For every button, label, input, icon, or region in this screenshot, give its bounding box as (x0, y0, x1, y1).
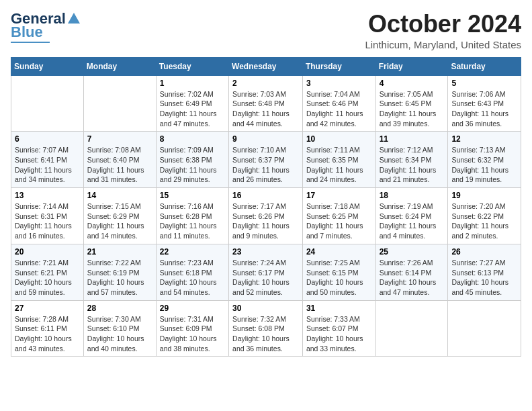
day-number: 1 (160, 79, 225, 88)
day-cell (448, 300, 521, 357)
day-info: Sunrise: 7:05 AMSunset: 6:45 PMDaylight:… (380, 89, 445, 129)
day-cell: 3Sunrise: 7:04 AMSunset: 6:46 PMDaylight… (302, 75, 375, 132)
title-area: October 2024 Linthicum, Maryland, United… (365, 11, 521, 50)
day-info: Sunrise: 7:27 AMSunset: 6:13 PMDaylight:… (451, 258, 517, 298)
day-number: 16 (232, 191, 299, 200)
day-number: 23 (232, 247, 299, 257)
day-cell: 19Sunrise: 7:20 AMSunset: 6:22 PMDayligh… (448, 188, 521, 244)
day-info: Sunrise: 7:28 AMSunset: 6:11 PMDaylight:… (15, 314, 80, 354)
day-cell: 23Sunrise: 7:24 AMSunset: 6:17 PMDayligh… (229, 244, 303, 300)
day-number: 11 (380, 134, 445, 144)
week-row-2: 6Sunrise: 7:07 AMSunset: 6:41 PMDaylight… (11, 132, 521, 188)
day-number: 15 (160, 191, 225, 200)
day-info: Sunrise: 7:11 AMSunset: 6:35 PMDaylight:… (306, 145, 372, 185)
day-number: 31 (306, 304, 372, 313)
day-number: 24 (306, 247, 372, 257)
day-cell: 2Sunrise: 7:03 AMSunset: 6:48 PMDaylight… (229, 75, 303, 132)
logo-text-blue: Blue (11, 24, 43, 40)
day-cell: 15Sunrise: 7:16 AMSunset: 6:28 PMDayligh… (156, 188, 228, 244)
week-row-1: 1Sunrise: 7:02 AMSunset: 6:49 PMDaylight… (11, 75, 521, 132)
day-info: Sunrise: 7:04 AMSunset: 6:46 PMDaylight:… (306, 89, 372, 129)
day-info: Sunrise: 7:08 AMSunset: 6:40 PMDaylight:… (87, 145, 152, 185)
day-info: Sunrise: 7:16 AMSunset: 6:28 PMDaylight:… (160, 201, 225, 241)
day-cell: 14Sunrise: 7:15 AMSunset: 6:29 PMDayligh… (83, 188, 156, 244)
day-cell: 9Sunrise: 7:10 AMSunset: 6:37 PMDaylight… (229, 132, 303, 188)
header-thursday: Thursday (302, 57, 375, 75)
day-cell: 20Sunrise: 7:21 AMSunset: 6:21 PMDayligh… (11, 244, 84, 300)
day-info: Sunrise: 7:10 AMSunset: 6:37 PMDaylight:… (232, 145, 299, 185)
day-number: 7 (87, 134, 152, 144)
day-number: 19 (451, 191, 517, 200)
day-number: 6 (15, 134, 80, 144)
logo-icon (66, 11, 81, 26)
day-cell: 24Sunrise: 7:25 AMSunset: 6:15 PMDayligh… (302, 244, 375, 300)
day-cell: 18Sunrise: 7:19 AMSunset: 6:24 PMDayligh… (375, 188, 448, 244)
day-cell: 12Sunrise: 7:13 AMSunset: 6:32 PMDayligh… (448, 132, 521, 188)
day-cell: 27Sunrise: 7:28 AMSunset: 6:11 PMDayligh… (11, 300, 84, 357)
day-cell (83, 75, 156, 132)
day-number: 12 (451, 134, 517, 144)
day-info: Sunrise: 7:18 AMSunset: 6:25 PMDaylight:… (306, 201, 372, 241)
day-info: Sunrise: 7:09 AMSunset: 6:38 PMDaylight:… (160, 145, 225, 185)
day-number: 10 (306, 134, 372, 144)
day-info: Sunrise: 7:20 AMSunset: 6:22 PMDaylight:… (451, 201, 517, 241)
day-number: 14 (87, 191, 152, 200)
day-number: 28 (87, 304, 152, 313)
day-number: 27 (15, 304, 80, 313)
day-info: Sunrise: 7:02 AMSunset: 6:49 PMDaylight:… (160, 89, 225, 129)
day-number: 30 (232, 304, 299, 313)
header-monday: Monday (83, 57, 156, 75)
day-cell: 17Sunrise: 7:18 AMSunset: 6:25 PMDayligh… (302, 188, 375, 244)
day-info: Sunrise: 7:14 AMSunset: 6:31 PMDaylight:… (15, 201, 80, 241)
day-info: Sunrise: 7:07 AMSunset: 6:41 PMDaylight:… (15, 145, 80, 185)
day-cell: 8Sunrise: 7:09 AMSunset: 6:38 PMDaylight… (156, 132, 228, 188)
day-cell: 11Sunrise: 7:12 AMSunset: 6:34 PMDayligh… (375, 132, 448, 188)
day-info: Sunrise: 7:17 AMSunset: 6:26 PMDaylight:… (232, 201, 299, 241)
day-info: Sunrise: 7:33 AMSunset: 6:07 PMDaylight:… (306, 314, 372, 354)
day-number: 9 (232, 134, 299, 144)
day-info: Sunrise: 7:26 AMSunset: 6:14 PMDaylight:… (380, 258, 445, 298)
week-row-3: 13Sunrise: 7:14 AMSunset: 6:31 PMDayligh… (11, 188, 521, 244)
week-row-5: 27Sunrise: 7:28 AMSunset: 6:11 PMDayligh… (11, 300, 521, 357)
day-number: 25 (380, 247, 445, 257)
day-info: Sunrise: 7:19 AMSunset: 6:24 PMDaylight:… (380, 201, 445, 241)
page: General Blue October 2024 Linthicum, Mar… (0, 0, 532, 363)
header-wednesday: Wednesday (229, 57, 303, 75)
month-title: October 2024 (365, 11, 521, 38)
day-cell (11, 75, 84, 132)
day-cell: 25Sunrise: 7:26 AMSunset: 6:14 PMDayligh… (375, 244, 448, 300)
day-info: Sunrise: 7:12 AMSunset: 6:34 PMDaylight:… (380, 145, 445, 185)
day-number: 4 (380, 79, 445, 88)
day-number: 22 (160, 247, 225, 257)
day-number: 29 (160, 304, 225, 313)
day-number: 3 (306, 79, 372, 88)
day-cell: 6Sunrise: 7:07 AMSunset: 6:41 PMDaylight… (11, 132, 84, 188)
day-cell: 22Sunrise: 7:23 AMSunset: 6:18 PMDayligh… (156, 244, 228, 300)
day-info: Sunrise: 7:21 AMSunset: 6:21 PMDaylight:… (15, 258, 80, 298)
day-number: 5 (451, 79, 517, 88)
day-info: Sunrise: 7:31 AMSunset: 6:09 PMDaylight:… (160, 314, 225, 354)
day-number: 17 (306, 191, 372, 200)
day-cell: 13Sunrise: 7:14 AMSunset: 6:31 PMDayligh… (11, 188, 84, 244)
day-info: Sunrise: 7:03 AMSunset: 6:48 PMDaylight:… (232, 89, 299, 129)
week-row-4: 20Sunrise: 7:21 AMSunset: 6:21 PMDayligh… (11, 244, 521, 300)
calendar-table: Sunday Monday Tuesday Wednesday Thursday… (11, 57, 521, 357)
day-info: Sunrise: 7:30 AMSunset: 6:10 PMDaylight:… (87, 314, 152, 354)
day-number: 21 (87, 247, 152, 257)
day-cell: 1Sunrise: 7:02 AMSunset: 6:49 PMDaylight… (156, 75, 228, 132)
header-tuesday: Tuesday (156, 57, 228, 75)
day-info: Sunrise: 7:22 AMSunset: 6:19 PMDaylight:… (87, 258, 152, 298)
day-info: Sunrise: 7:32 AMSunset: 6:08 PMDaylight:… (232, 314, 299, 354)
day-cell: 10Sunrise: 7:11 AMSunset: 6:35 PMDayligh… (302, 132, 375, 188)
weekday-header-row: Sunday Monday Tuesday Wednesday Thursday… (11, 57, 521, 75)
day-info: Sunrise: 7:13 AMSunset: 6:32 PMDaylight:… (451, 145, 517, 185)
day-info: Sunrise: 7:23 AMSunset: 6:18 PMDaylight:… (160, 258, 225, 298)
day-number: 26 (451, 247, 517, 257)
day-cell (375, 300, 448, 357)
day-number: 13 (15, 191, 80, 200)
day-cell: 31Sunrise: 7:33 AMSunset: 6:07 PMDayligh… (302, 300, 375, 357)
day-info: Sunrise: 7:06 AMSunset: 6:43 PMDaylight:… (451, 89, 517, 129)
day-info: Sunrise: 7:15 AMSunset: 6:29 PMDaylight:… (87, 201, 152, 241)
day-info: Sunrise: 7:24 AMSunset: 6:17 PMDaylight:… (232, 258, 299, 298)
day-cell: 16Sunrise: 7:17 AMSunset: 6:26 PMDayligh… (229, 188, 303, 244)
